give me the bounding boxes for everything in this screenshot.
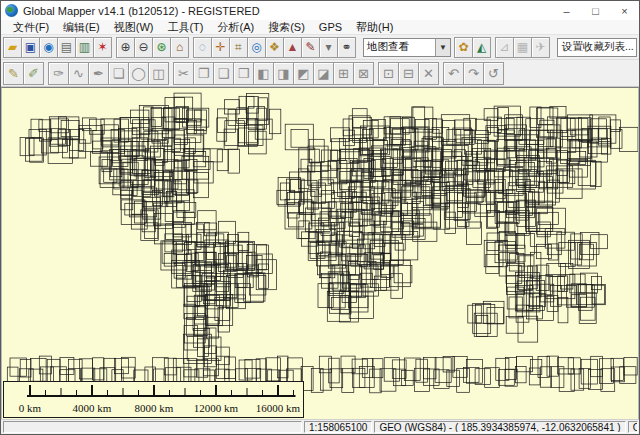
draw-area-icon: ✒ bbox=[93, 67, 104, 80]
color-palette-icon[interactable]: ❖ bbox=[265, 37, 284, 58]
attribute-edit-icon: ⊞ bbox=[338, 67, 349, 80]
open-file-icon[interactable]: ▰ bbox=[3, 37, 22, 58]
digitizer-edit-icon[interactable]: ✎ bbox=[3, 62, 24, 85]
toolbar-group: ✎✐ bbox=[3, 62, 43, 85]
copy-feature-icon[interactable]: ❒ bbox=[233, 62, 254, 85]
move-feature-icon[interactable]: ◧ bbox=[253, 62, 274, 85]
vertex-edit-icon[interactable]: ✂ bbox=[173, 62, 194, 85]
revert-icon: ↺ bbox=[488, 67, 499, 80]
deselect-icon[interactable]: ⊟ bbox=[398, 62, 419, 85]
digitizer-edit-icon: ✎ bbox=[8, 67, 19, 80]
map-view-combobox-value: 地图查看 bbox=[364, 40, 435, 54]
scale-feature-icon[interactable]: ◩ bbox=[293, 62, 314, 85]
find-binoculars-icon[interactable]: ⚭ bbox=[337, 37, 356, 58]
feature-info-icon[interactable]: ◎ bbox=[247, 37, 266, 58]
menu-item-2[interactable]: 视图(W) bbox=[107, 20, 161, 35]
measure-tool-icon[interactable]: ⌗ bbox=[229, 37, 248, 58]
color-palette-icon: ❖ bbox=[269, 41, 280, 53]
more-tools-arrow-icon[interactable]: ▾ bbox=[319, 37, 338, 58]
draw-range-ring-icon: ◫ bbox=[152, 67, 164, 80]
map-view-combobox[interactable]: 地图查看▼ bbox=[363, 38, 451, 57]
fly-through-icon[interactable]: ✈ bbox=[531, 37, 550, 58]
draw-circle-icon[interactable]: ◯ bbox=[128, 62, 149, 85]
snap-toggle-icon[interactable]: ⊠ bbox=[353, 62, 374, 85]
digitizer-toolbar: ✎✐✑∿✒❏◯◫✂❐❑❒◧◨◩◪⊞⊠⊡⊟✕↶↷↺ bbox=[1, 60, 639, 87]
overlay-control-icon: ▤ bbox=[61, 41, 72, 53]
measure-tool-icon: ⌗ bbox=[235, 41, 242, 53]
draw-line-icon[interactable]: ∿ bbox=[68, 62, 89, 85]
tower-3d-icon: ▲ bbox=[287, 41, 299, 53]
draw-rect-icon: ❏ bbox=[113, 67, 125, 80]
view-3d-icon[interactable]: ◭ bbox=[472, 37, 491, 58]
scale-label: 8000 km bbox=[135, 402, 174, 414]
digitizer-create-icon[interactable]: ✐ bbox=[23, 62, 44, 85]
buffer-feature-icon: ◪ bbox=[317, 67, 329, 80]
show-3d-view-icon[interactable]: ▦ bbox=[513, 37, 532, 58]
menu-item-3[interactable]: 工具(T) bbox=[160, 20, 210, 35]
draw-area-icon[interactable]: ✒ bbox=[88, 62, 109, 85]
zoom-tool-icon[interactable]: ◌ bbox=[193, 37, 212, 58]
status-blank-cell bbox=[3, 421, 302, 433]
path-profile-icon[interactable]: ⊿ bbox=[495, 37, 514, 58]
toolbar-group: ✿◭ bbox=[454, 37, 490, 58]
app-window: Global Mapper v14.1 (b120512) - REGISTER… bbox=[0, 0, 640, 435]
rotate-feature-icon[interactable]: ◨ bbox=[273, 62, 294, 85]
favorites-list-field[interactable]: 设置收藏列表... bbox=[557, 38, 637, 57]
overlay-control-icon[interactable]: ▤ bbox=[57, 37, 76, 58]
attribute-edit-icon[interactable]: ⊞ bbox=[333, 62, 354, 85]
toolbar-group: ✂❐❑❒◧◨◩◪⊞⊠ bbox=[173, 62, 373, 85]
zoom-in-icon[interactable]: ⊕ bbox=[116, 37, 135, 58]
toolbar-group: ⊕⊖⊛⌂ bbox=[116, 37, 188, 58]
save-workspace-icon: ▣ bbox=[25, 41, 36, 53]
main-toolbar: ▰▣◉▤▥✶⊕⊖⊛⌂◌✛⌗◎❖▲✎▾⚭地图查看▼✿◭⊿▦✈设置收藏列表... bbox=[1, 35, 639, 60]
draw-rect-icon[interactable]: ❏ bbox=[108, 62, 129, 85]
full-extent-icon[interactable]: ⊛ bbox=[152, 37, 171, 58]
rotate-feature-icon: ◨ bbox=[277, 67, 289, 80]
revert-icon[interactable]: ↺ bbox=[483, 62, 504, 85]
toolbar-group: ✑∿✒❏◯◫ bbox=[48, 62, 168, 85]
delete-feature-icon[interactable]: ✕ bbox=[418, 62, 439, 85]
window-title: Global Mapper v14.1 (b120512) - REGISTER… bbox=[23, 5, 260, 17]
draw-range-ring-icon[interactable]: ◫ bbox=[148, 62, 169, 85]
status-bar: 1:158065100 GEO (WGS84) - ( 185.39343859… bbox=[1, 419, 639, 434]
digitizer-tool-icon[interactable]: ✎ bbox=[301, 37, 320, 58]
redo-icon: ↷ bbox=[468, 67, 479, 80]
digitizer-create-icon: ✐ bbox=[28, 67, 39, 80]
feature-info-icon: ◎ bbox=[251, 41, 261, 53]
copy-feature-icon: ❒ bbox=[238, 67, 250, 80]
tower-3d-icon[interactable]: ▲ bbox=[283, 37, 302, 58]
scale-label: 16000 km bbox=[256, 402, 301, 414]
close-button[interactable]: × bbox=[610, 1, 639, 20]
chevron-down-icon[interactable]: ▼ bbox=[435, 39, 450, 56]
save-workspace-icon[interactable]: ▣ bbox=[21, 37, 40, 58]
map-view[interactable]: 0 km4000 km8000 km12000 km16000 km bbox=[1, 87, 639, 419]
online-data-globe-icon[interactable]: ◉ bbox=[39, 37, 58, 58]
maximize-button[interactable]: □ bbox=[581, 1, 610, 20]
find-binoculars-icon: ⚭ bbox=[341, 41, 351, 53]
split-feature-icon[interactable]: ❐ bbox=[193, 62, 214, 85]
draw-point-icon[interactable]: ✑ bbox=[48, 62, 69, 85]
menu-item-5[interactable]: 搜索(S) bbox=[261, 20, 312, 35]
undo-icon[interactable]: ↶ bbox=[443, 62, 464, 85]
draw-line-icon: ∿ bbox=[73, 67, 84, 80]
toolbar-group-disabled: ⊿▦✈ bbox=[495, 37, 549, 58]
select-features-icon[interactable]: ⊡ bbox=[378, 62, 399, 85]
configure-icon[interactable]: ▥ bbox=[75, 37, 94, 58]
menu-item-7[interactable]: 帮助(H) bbox=[349, 20, 400, 35]
menu-item-6[interactable]: GPS bbox=[312, 21, 349, 33]
favorites-icon[interactable]: ✿ bbox=[454, 37, 473, 58]
menu-item-0[interactable]: 文件(F) bbox=[6, 20, 56, 35]
path-profile-icon: ⊿ bbox=[499, 41, 509, 53]
menu-item-1[interactable]: 编辑(E) bbox=[56, 20, 107, 35]
unload-all-icon[interactable]: ✶ bbox=[93, 37, 112, 58]
zoom-out-icon[interactable]: ⊖ bbox=[134, 37, 153, 58]
join-feature-icon[interactable]: ❑ bbox=[213, 62, 234, 85]
minimize-button[interactable]: – bbox=[552, 1, 581, 20]
pan-tool-icon[interactable]: ✛ bbox=[211, 37, 230, 58]
select-features-icon: ⊡ bbox=[383, 67, 394, 80]
home-view-icon[interactable]: ⌂ bbox=[170, 37, 189, 58]
redo-icon[interactable]: ↷ bbox=[463, 62, 484, 85]
buffer-feature-icon[interactable]: ◪ bbox=[313, 62, 334, 85]
toolbar-group: ↶↷↺ bbox=[443, 62, 503, 85]
menu-item-4[interactable]: 分析(A) bbox=[210, 20, 261, 35]
